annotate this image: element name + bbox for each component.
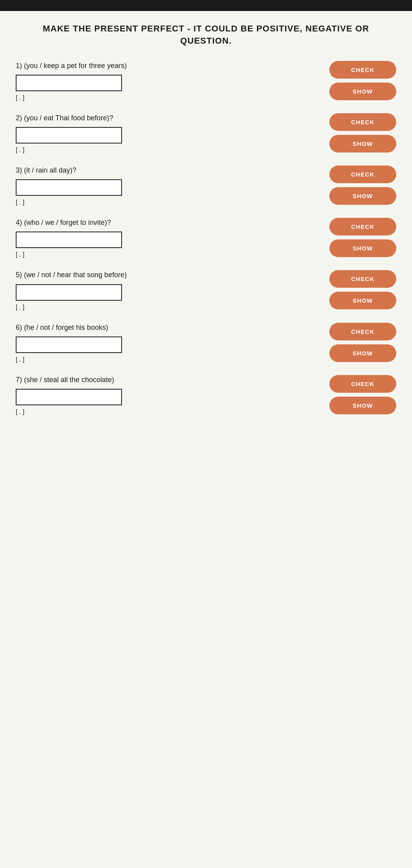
question-row-6: 6) (he / not / forget his books) [ . ] C… xyxy=(16,323,396,363)
question-row-7: 7) (she / steal all the chocolate) [ . ]… xyxy=(16,375,396,416)
button-group-3: CHECK SHOW xyxy=(329,166,396,205)
button-group-1: CHECK SHOW xyxy=(329,61,396,100)
hint-text-5: [ . ] xyxy=(16,304,321,311)
hint-text-3: [ . ] xyxy=(16,199,321,206)
question-left-7: 7) (she / steal all the chocolate) [ . ] xyxy=(16,375,321,416)
show-button-7[interactable]: SHOW xyxy=(329,397,396,414)
show-button-4[interactable]: SHOW xyxy=(329,239,396,257)
answer-input-7[interactable] xyxy=(16,389,122,405)
answer-input-4[interactable] xyxy=(16,232,122,248)
exercise-item-4: 4) (who / we / forget to invite)? [ . ] … xyxy=(16,218,396,258)
check-button-5[interactable]: CHECK xyxy=(329,270,396,288)
question-left-4: 4) (who / we / forget to invite)? [ . ] xyxy=(16,218,321,258)
question-text-4: 4) (who / we / forget to invite)? xyxy=(16,218,321,228)
hint-text-7: [ . ] xyxy=(16,408,321,416)
question-row-4: 4) (who / we / forget to invite)? [ . ] … xyxy=(16,218,396,258)
question-left-3: 3) (it / rain all day)? [ . ] xyxy=(16,166,321,206)
top-bar xyxy=(0,0,412,11)
show-button-1[interactable]: SHOW xyxy=(329,83,396,100)
show-button-6[interactable]: SHOW xyxy=(329,344,396,362)
question-text-7: 7) (she / steal all the chocolate) xyxy=(16,375,321,385)
check-button-3[interactable]: CHECK xyxy=(329,166,396,183)
exercise-item-7: 7) (she / steal all the chocolate) [ . ]… xyxy=(16,375,396,416)
button-group-4: CHECK SHOW xyxy=(329,218,396,257)
check-button-6[interactable]: CHECK xyxy=(329,323,396,340)
show-button-5[interactable]: SHOW xyxy=(329,292,396,309)
exercise-item-3: 3) (it / rain all day)? [ . ] CHECK SHOW xyxy=(16,166,396,206)
hint-text-2: [ . ] xyxy=(16,147,321,154)
hint-text-4: [ . ] xyxy=(16,251,321,258)
button-group-7: CHECK SHOW xyxy=(329,375,396,414)
question-text-1: 1) (you / keep a pet for three years) xyxy=(16,61,321,71)
question-row-5: 5) (we / not / hear that song before) [ … xyxy=(16,270,396,311)
page-title: MAKE THE PRESENT PERFECT - IT COULD BE P… xyxy=(16,23,396,47)
answer-input-5[interactable] xyxy=(16,284,122,301)
hint-text-1: [ . ] xyxy=(16,94,321,101)
button-group-2: CHECK SHOW xyxy=(329,113,396,153)
question-text-6: 6) (he / not / forget his books) xyxy=(16,323,321,333)
question-row-2: 2) (you / eat Thai food before)? [ . ] C… xyxy=(16,113,396,154)
answer-input-1[interactable] xyxy=(16,75,122,91)
exercise-item-2: 2) (you / eat Thai food before)? [ . ] C… xyxy=(16,113,396,154)
answer-input-6[interactable] xyxy=(16,337,122,353)
check-button-1[interactable]: CHECK xyxy=(329,61,396,79)
question-text-2: 2) (you / eat Thai food before)? xyxy=(16,113,321,123)
question-left-2: 2) (you / eat Thai food before)? [ . ] xyxy=(16,113,321,154)
hint-text-6: [ . ] xyxy=(16,356,321,363)
exercise-item-1: 1) (you / keep a pet for three years) [ … xyxy=(16,61,396,101)
question-text-5: 5) (we / not / hear that song before) xyxy=(16,270,321,280)
question-row-3: 3) (it / rain all day)? [ . ] CHECK SHOW xyxy=(16,166,396,206)
question-text-3: 3) (it / rain all day)? xyxy=(16,166,321,175)
answer-input-2[interactable] xyxy=(16,127,122,143)
exercise-item-6: 6) (he / not / forget his books) [ . ] C… xyxy=(16,323,396,363)
question-left-1: 1) (you / keep a pet for three years) [ … xyxy=(16,61,321,101)
show-button-3[interactable]: SHOW xyxy=(329,187,396,205)
check-button-2[interactable]: CHECK xyxy=(329,113,396,131)
button-group-6: CHECK SHOW xyxy=(329,323,396,362)
show-button-2[interactable]: SHOW xyxy=(329,135,396,153)
button-group-5: CHECK SHOW xyxy=(329,270,396,309)
question-left-5: 5) (we / not / hear that song before) [ … xyxy=(16,270,321,311)
answer-input-3[interactable] xyxy=(16,179,122,196)
question-left-6: 6) (he / not / forget his books) [ . ] xyxy=(16,323,321,363)
question-row-1: 1) (you / keep a pet for three years) [ … xyxy=(16,61,396,101)
main-content: MAKE THE PRESENT PERFECT - IT COULD BE P… xyxy=(0,11,412,443)
check-button-7[interactable]: CHECK xyxy=(329,375,396,393)
exercise-item-5: 5) (we / not / hear that song before) [ … xyxy=(16,270,396,311)
check-button-4[interactable]: CHECK xyxy=(329,218,396,235)
